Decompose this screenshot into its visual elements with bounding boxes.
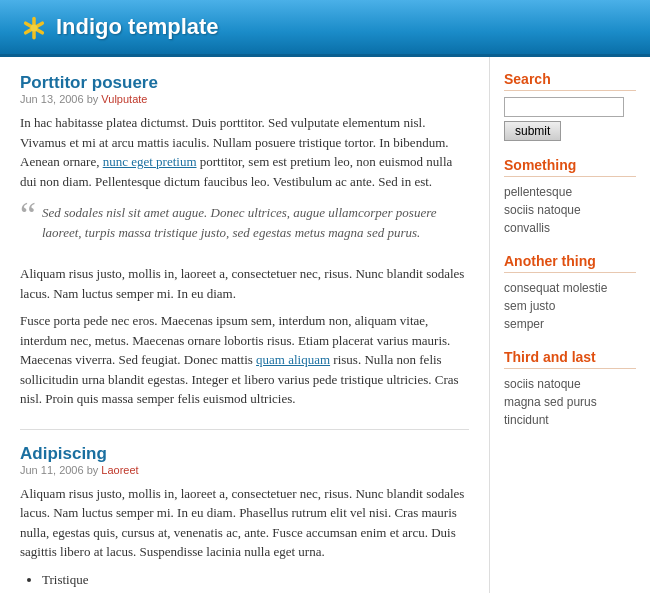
sidebar-section-another-thing: Another thing consequat molestie sem jus… bbox=[504, 253, 636, 333]
list-item[interactable]: sociis natoque bbox=[504, 375, 636, 393]
article-2: Adipiscing Jun 11, 2006 by Laoreet Aliqu… bbox=[20, 444, 469, 594]
third-and-last-heading: Third and last bbox=[504, 349, 636, 369]
article-1-para-2: Aliquam risus justo, mollis in, laoreet … bbox=[20, 264, 469, 303]
another-thing-list: consequat molestie sem justo semper bbox=[504, 279, 636, 333]
list-item[interactable]: sociis natoque bbox=[504, 201, 636, 219]
list-item: Tristique bbox=[42, 570, 469, 590]
something-heading: Something bbox=[504, 157, 636, 177]
article-2-meta: Jun 11, 2006 by Laoreet bbox=[20, 464, 469, 476]
article-1-title[interactable]: Porttitor posuere bbox=[20, 73, 469, 93]
search-heading: Search bbox=[504, 71, 636, 91]
something-list: pellentesque sociis natoque convallis bbox=[504, 183, 636, 237]
article-1-meta: Jun 13, 2006 by Vulputate bbox=[20, 93, 469, 105]
article-1-title-link[interactable]: Porttitor posuere bbox=[20, 73, 158, 92]
article-divider-1 bbox=[20, 429, 469, 430]
list-item[interactable]: pellentesque bbox=[504, 183, 636, 201]
article-2-list: Tristique Aenean Pretium bbox=[42, 570, 469, 594]
article-1: Porttitor posuere Jun 13, 2006 by Vulput… bbox=[20, 73, 469, 409]
article-1-para-1: In hac habitasse platea dictumst. Duis p… bbox=[20, 113, 469, 191]
sidebar-section-third-and-last: Third and last sociis natoque magna sed … bbox=[504, 349, 636, 429]
article-1-link-2[interactable]: quam aliquam bbox=[256, 352, 330, 367]
site-title: Indigo template bbox=[56, 14, 219, 40]
article-2-author-link[interactable]: Laoreet bbox=[101, 464, 138, 476]
main-wrapper: Porttitor posuere Jun 13, 2006 by Vulput… bbox=[0, 57, 650, 593]
article-2-title-link[interactable]: Adipiscing bbox=[20, 444, 107, 463]
list-item[interactable]: magna sed purus bbox=[504, 393, 636, 411]
search-submit-button[interactable]: submit bbox=[504, 121, 561, 141]
svg-point-3 bbox=[31, 25, 38, 32]
sidebar-section-something: Something pellentesque sociis natoque co… bbox=[504, 157, 636, 237]
logo-icon bbox=[20, 14, 46, 40]
blockquote-text: Sed sodales nisl sit amet augue. Donec u… bbox=[42, 203, 469, 242]
content-area: Porttitor posuere Jun 13, 2006 by Vulput… bbox=[0, 57, 490, 593]
list-item[interactable]: convallis bbox=[504, 219, 636, 237]
list-item[interactable]: sem justo bbox=[504, 297, 636, 315]
article-1-para-3: Fusce porta pede nec eros. Maecenas ipsu… bbox=[20, 311, 469, 409]
quote-mark: “ bbox=[20, 197, 36, 250]
third-and-last-list: sociis natoque magna sed purus tincidunt bbox=[504, 375, 636, 429]
sidebar: Search submit Something pellentesque soc… bbox=[490, 57, 650, 593]
list-item[interactable]: semper bbox=[504, 315, 636, 333]
list-item[interactable]: consequat molestie bbox=[504, 279, 636, 297]
article-1-author-link[interactable]: Vulputate bbox=[101, 93, 147, 105]
sidebar-search: Search submit bbox=[504, 71, 636, 141]
header: Indigo template bbox=[0, 0, 650, 57]
article-1-link-1[interactable]: nunc eget pretium bbox=[103, 154, 197, 169]
article-2-para-1: Aliquam risus justo, mollis in, laoreet … bbox=[20, 484, 469, 562]
another-thing-heading: Another thing bbox=[504, 253, 636, 273]
article-2-title[interactable]: Adipiscing bbox=[20, 444, 469, 464]
list-item[interactable]: tincidunt bbox=[504, 411, 636, 429]
search-input[interactable] bbox=[504, 97, 624, 117]
article-1-blockquote: “ Sed sodales nisl sit amet augue. Donec… bbox=[20, 199, 469, 254]
